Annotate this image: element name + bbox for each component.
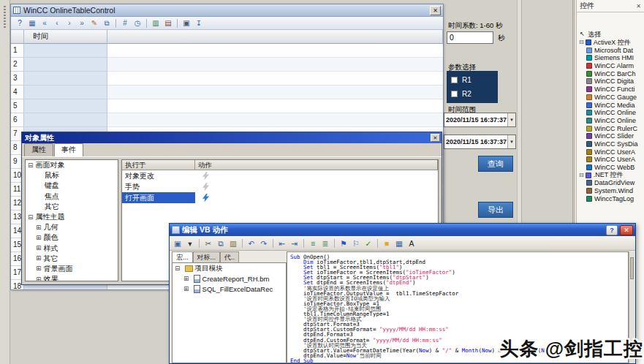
undo-icon[interactable]: ↶	[246, 238, 257, 249]
close-icon[interactable]	[620, 225, 633, 235]
time-cell[interactable]	[24, 86, 107, 99]
expand-icon[interactable]: ⊞	[183, 286, 189, 292]
data-column-header[interactable]	[107, 30, 443, 44]
export-icon[interactable]: ↧	[193, 18, 205, 29]
redo-icon[interactable]: ↷	[258, 238, 270, 249]
props-tree-item[interactable]: 鼠标	[26, 170, 118, 181]
expand-icon[interactable]: ⊞	[36, 265, 42, 272]
uncomment-icon[interactable]: ≣	[319, 238, 331, 249]
collapse-icon[interactable]: ⊟	[579, 172, 584, 178]
expand-icon[interactable]: ⊞	[183, 276, 189, 282]
table-icon[interactable]: ▦	[26, 18, 38, 29]
props-titlebar[interactable]: 对象属性	[22, 132, 442, 143]
help-icon[interactable]	[606, 225, 618, 235]
props-tree-item[interactable]: ⊞样式	[26, 243, 118, 254]
toolbox-item[interactable]: WinccTagLog	[577, 194, 644, 202]
toolbox-item[interactable]: ⊟ActiveX 控件	[577, 39, 644, 47]
scrollbar-thumb[interactable]	[630, 257, 634, 279]
dock-grip-handle[interactable]	[4, 6, 6, 28]
event-row[interactable]: 打开画面	[122, 192, 438, 203]
props-tree-item[interactable]: ⊞其它	[26, 254, 118, 264]
vb-left-tab[interactable]: 宏...	[172, 251, 193, 262]
props-tree-item[interactable]: 键盘	[26, 181, 118, 191]
checkbox[interactable]	[451, 77, 458, 83]
toolbox-item[interactable]: WinCC UserA	[577, 156, 644, 164]
cut-icon[interactable]: ✂	[202, 238, 214, 249]
next-bookmark-icon[interactable]: ⚐	[350, 238, 362, 249]
event-action-cell[interactable]	[195, 192, 438, 203]
time-cell[interactable]	[24, 99, 107, 113]
time-cell[interactable]	[24, 72, 107, 86]
row-number[interactable]: 4	[11, 86, 24, 99]
previous-record-icon[interactable]: ‹	[51, 18, 63, 29]
copy-icon[interactable]: ⧉	[215, 238, 227, 249]
toolbox-item[interactable]: DataGridView	[577, 179, 644, 187]
toolbox-item[interactable]: Siemens HMI	[577, 54, 644, 62]
time-column-header[interactable]: 时间	[24, 30, 107, 44]
toolbox-item[interactable]: WinCC Media	[577, 101, 644, 109]
bookmark-icon[interactable]: ⚑	[338, 238, 349, 249]
event-action-cell[interactable]	[195, 181, 438, 192]
checkbox-row[interactable]: R1	[451, 73, 498, 87]
props-tree-item[interactable]: ⊞背景画面	[26, 264, 118, 274]
window-layout-icon[interactable]: ▣	[172, 238, 183, 249]
props-tree-item[interactable]: ⊟属性主题	[26, 212, 118, 222]
toolbox-item[interactable]: WinCC UserA	[577, 148, 644, 156]
next-record-icon[interactable]: ›	[64, 18, 75, 29]
collapse-icon[interactable]: ⊟	[28, 162, 34, 169]
collapse-icon[interactable]: ⊟	[175, 265, 181, 272]
table-titlebar[interactable]: WinCC OnlineTableControl	[11, 4, 443, 17]
chart-icon[interactable]: ▥	[150, 18, 162, 29]
toolbox-item[interactable]: Microsoft Dat	[577, 46, 644, 54]
font-icon[interactable]: A	[406, 238, 417, 249]
folder-icon[interactable]: ■	[381, 238, 393, 249]
row-number-column-header[interactable]	[11, 30, 24, 44]
dropdown-icon[interactable]	[507, 113, 515, 126]
props-tree-item[interactable]: 其它	[26, 202, 118, 212]
close-icon[interactable]	[430, 6, 441, 15]
props-tree-item[interactable]: ⊞效果	[26, 274, 118, 281]
toolbox-item[interactable]: WinCC SysDia	[577, 140, 644, 148]
start-datetime-picker[interactable]: 2020/11/15 16:37:37	[444, 113, 516, 127]
props-tree-item[interactable]: ⊞几何	[26, 222, 118, 232]
time-cell[interactable]	[24, 44, 107, 58]
toolbox-item[interactable]: WinCC Online	[577, 117, 644, 125]
vb-titlebar[interactable]: 编辑 VB 动作	[170, 224, 635, 236]
collapse-icon[interactable]: ⊟	[28, 214, 34, 221]
query-button[interactable]: 查询	[478, 156, 513, 172]
data-cell[interactable]	[107, 44, 443, 58]
event-action-cell[interactable]	[195, 170, 438, 181]
row-number[interactable]: 1	[11, 44, 24, 58]
increase-indent-icon[interactable]: ⇥	[289, 238, 300, 249]
event-row[interactable]: 对象更改	[122, 170, 438, 181]
row-number[interactable]: 3	[11, 72, 24, 86]
row-number[interactable]: 5	[11, 99, 24, 113]
checkbox-row[interactable]: R2	[451, 87, 498, 101]
paste-icon[interactable]: ▥	[227, 238, 239, 249]
vb-tree-item[interactable]: ⊞CreateReport_RH.bm	[173, 273, 286, 284]
toolbox-item[interactable]: WinCC Slider	[577, 132, 644, 140]
props-tree-item[interactable]: ⊟画面对象	[26, 160, 118, 170]
vb-tree-item[interactable]: ⊟项目模块	[173, 263, 286, 273]
expand-icon[interactable]: ⊞	[36, 235, 42, 241]
vb-left-tab[interactable]: 对标...	[193, 251, 221, 262]
props-tab[interactable]: 事件	[54, 143, 83, 157]
left-dock-strip[interactable]	[0, 0, 10, 364]
expand-icon[interactable]: ⊞	[36, 245, 42, 251]
expand-icon[interactable]: ⊞	[36, 255, 42, 262]
time-base-icon[interactable]: ◷	[132, 18, 143, 29]
last-record-icon[interactable]: »	[76, 18, 88, 29]
end-datetime-picker[interactable]: 2020/11/15 16:37:37	[444, 134, 516, 149]
row-number[interactable]: 2	[11, 58, 24, 72]
data-cell[interactable]	[107, 58, 443, 72]
copy-icon[interactable]: ⧉	[101, 18, 113, 29]
edit-icon[interactable]: ✎	[88, 18, 100, 29]
props-tab[interactable]: 属性	[24, 143, 53, 156]
toolbox-item[interactable]: WinCC WebB	[577, 164, 644, 172]
dropdown-icon[interactable]: ▾	[184, 238, 196, 249]
event-row[interactable]: 手势	[122, 181, 438, 192]
data-cell[interactable]	[107, 86, 443, 99]
toolbox-item[interactable]: WinCC Alarm	[577, 62, 644, 70]
time-cell[interactable]	[24, 58, 107, 72]
collapse-icon[interactable]: ⊟	[579, 39, 584, 45]
